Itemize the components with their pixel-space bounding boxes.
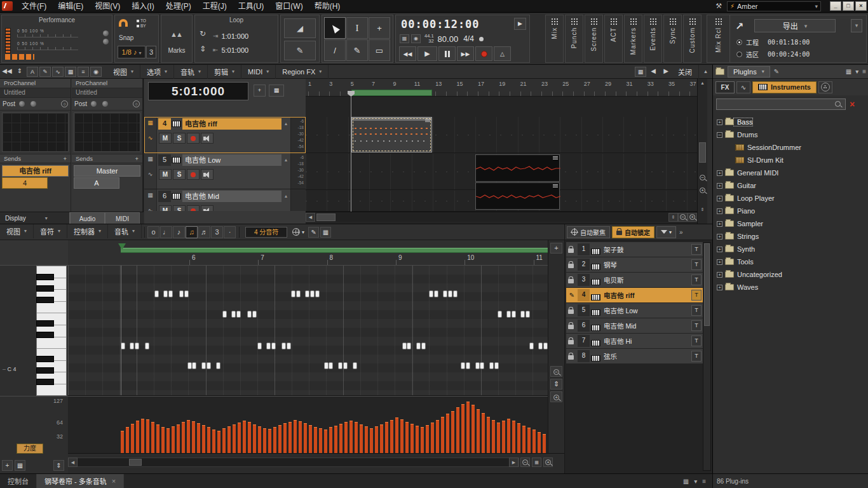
matrix-icon[interactable]: ▦ xyxy=(635,67,646,77)
loop-set-icon[interactable]: ⇕ xyxy=(200,44,206,53)
black-key[interactable] xyxy=(36,367,54,374)
expander-icon[interactable]: + xyxy=(717,196,722,201)
velocity-bar[interactable] xyxy=(349,421,353,453)
output-sub[interactable]: 4 xyxy=(2,177,48,189)
velocity-bar[interactable] xyxy=(370,428,373,453)
smart-tool-button[interactable] xyxy=(324,17,346,39)
knob-icon[interactable] xyxy=(31,101,36,107)
scrollbar-thumb[interactable] xyxy=(704,243,710,326)
trackview-menu-3[interactable]: 剪辑▾ xyxy=(208,65,241,79)
record-options-icon[interactable]: ◉ xyxy=(90,67,102,77)
playhead[interactable] xyxy=(351,97,351,212)
velocity-bar[interactable] xyxy=(222,428,226,453)
scrollbar-thumb[interactable] xyxy=(316,214,336,221)
midi-note[interactable] xyxy=(538,342,543,349)
midi-note[interactable] xyxy=(329,362,333,369)
fit-vertical-icon[interactable]: ⇕ xyxy=(698,206,707,214)
midi-note[interactable] xyxy=(512,311,516,318)
tab-audio[interactable]: Audio xyxy=(70,212,105,224)
track-name[interactable]: 架子鼓 xyxy=(602,245,691,254)
loop-start-time[interactable]: ⇥1:01:000 xyxy=(213,30,275,41)
pianoroll-track-5[interactable]: 5电吉他 LowT xyxy=(566,303,703,318)
pianoroll-track-3[interactable]: 3电贝斯T xyxy=(566,273,703,287)
tab-plugins[interactable]: PlugIns▾ xyxy=(728,66,770,78)
midi-note[interactable] xyxy=(281,342,286,349)
velocity-lane-button[interactable]: 力度 xyxy=(17,444,43,454)
menubar-item-4[interactable]: 处理(P) xyxy=(160,0,197,13)
ruler-tool-button[interactable]: ◢ xyxy=(284,18,316,38)
lock-icon[interactable] xyxy=(568,309,574,314)
snap-magnet-icon[interactable] xyxy=(119,19,128,27)
tree-item-loop-player[interactable]: +Loop Player xyxy=(713,192,868,205)
pianoroll-menu-3[interactable]: 音轨▾ xyxy=(108,224,142,238)
filter-button[interactable]: ▾ xyxy=(656,226,676,238)
midi-note[interactable] xyxy=(520,311,525,318)
midi-note[interactable] xyxy=(192,362,196,369)
velocity-bar[interactable] xyxy=(527,428,531,453)
midi-note[interactable] xyxy=(247,311,252,318)
scroll-up-icon[interactable]: ▴ xyxy=(698,65,712,79)
midi-note[interactable] xyxy=(266,342,271,349)
velocity-bar[interactable] xyxy=(217,431,220,453)
velocity-bar[interactable] xyxy=(410,424,414,453)
velocity-bar[interactable] xyxy=(512,421,515,453)
expander-icon[interactable]: + xyxy=(717,170,722,176)
mute-button[interactable]: M xyxy=(159,133,172,144)
pianoroll-track-2[interactable]: 2钢琴T xyxy=(566,257,703,272)
tree-item-tools[interactable]: +Tools xyxy=(713,255,868,268)
metronome-button[interactable]: △ xyxy=(494,46,511,61)
velocity-bar[interactable] xyxy=(273,427,276,453)
dock-icon[interactable]: ⇕ xyxy=(14,67,25,77)
expander-icon[interactable]: + xyxy=(717,208,722,214)
restore-button[interactable]: □ xyxy=(843,1,854,11)
preset-name[interactable]: Untitled xyxy=(0,88,71,98)
velocity-bar[interactable] xyxy=(436,420,439,453)
close-view-button[interactable]: 关闭 xyxy=(672,67,698,77)
pianoroll-track-7[interactable]: 7电吉他 HiT xyxy=(566,334,703,348)
fit-button[interactable]: ▦ xyxy=(532,458,541,467)
snap-value-dropdown[interactable]: 1/8 ♪ ▾ xyxy=(118,46,146,58)
track-name[interactable]: 钢琴 xyxy=(602,260,691,269)
mini-play-button[interactable]: ▶ xyxy=(514,18,526,30)
midi-note[interactable] xyxy=(207,362,211,369)
overflow-icon[interactable]: » xyxy=(679,229,683,236)
black-key[interactable] xyxy=(36,320,54,327)
close-button[interactable]: × xyxy=(855,1,867,11)
midi-note[interactable] xyxy=(353,362,357,369)
track-header-5[interactable]: ▦∿5电吉他 Low▴MS-6-18-30-42-54 xyxy=(144,153,306,189)
note-filter-button[interactable]: T xyxy=(691,244,702,255)
midi-note[interactable] xyxy=(296,290,301,297)
tree-item-uncategorized[interactable]: +Uncategorized xyxy=(713,268,868,281)
synth-rack-button[interactable]: ∿ xyxy=(736,81,750,93)
scrollbar-thumb[interactable] xyxy=(699,142,706,163)
audio-clip[interactable] xyxy=(475,182,560,210)
note-filter-button[interactable]: T xyxy=(691,290,702,301)
expander-icon[interactable]: + xyxy=(717,272,722,278)
velocity-bar[interactable] xyxy=(492,420,495,453)
velocity-bar[interactable] xyxy=(197,423,200,453)
velocity-bar[interactable] xyxy=(344,422,348,453)
midi-note[interactable] xyxy=(461,362,465,369)
duration-display[interactable]: 4 分音符 xyxy=(245,227,287,238)
velocity-bar[interactable] xyxy=(187,420,190,453)
timecode-display[interactable]: 00:00:12:00 xyxy=(401,18,480,30)
lock-icon[interactable] xyxy=(568,325,574,329)
velocity-bar[interactable] xyxy=(375,426,378,453)
track-name[interactable]: 电吉他 Mid xyxy=(602,321,691,330)
pause-button[interactable] xyxy=(438,46,456,61)
expander-icon[interactable]: + xyxy=(717,259,722,265)
arm-record-button[interactable] xyxy=(187,169,200,180)
velocity-bar[interactable] xyxy=(146,419,149,453)
add-send-icon[interactable]: + xyxy=(135,155,139,162)
velocity-bar[interactable] xyxy=(309,425,312,453)
midi-note[interactable] xyxy=(257,342,262,349)
menubar-item-5[interactable]: 工程(J) xyxy=(197,0,233,13)
autofocus-button[interactable]: 自动聚焦 xyxy=(567,226,610,238)
track-header-6[interactable]: ▦∿6电吉他 Mid▴MS xyxy=(144,189,306,211)
rewind-button[interactable]: ◀◀ xyxy=(399,46,416,61)
power-icon[interactable]: ○ xyxy=(133,100,140,107)
tree-item-waves[interactable]: +Waves xyxy=(713,281,868,294)
midi-note[interactable] xyxy=(480,362,484,369)
note-filter-button[interactable]: T xyxy=(691,259,702,270)
velocity-bar[interactable] xyxy=(461,404,465,453)
